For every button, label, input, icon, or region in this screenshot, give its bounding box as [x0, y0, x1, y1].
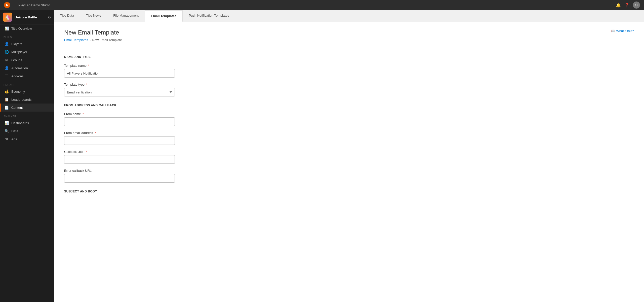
template-name-input[interactable] [64, 69, 175, 78]
groups-icon: 🖥 [4, 58, 9, 62]
tab-title-news[interactable]: Title News [80, 10, 107, 22]
sidebar-item-label: Multiplayer [11, 50, 27, 54]
section-from-callback: FROM ADDRESS AND CALLBACK From name * Fr… [64, 104, 634, 183]
page-header-left: New Email Template Email Templates › New… [64, 29, 122, 42]
content-icon: 📄 [4, 106, 9, 110]
sidebar-item-data[interactable]: 🔍 Data [0, 127, 54, 135]
settings-icon[interactable]: ⚙ [48, 15, 51, 19]
sidebar-item-automation[interactable]: 👤 Automation [0, 64, 54, 72]
content-area: New Email Template Email Templates › New… [54, 22, 644, 302]
playfab-logo-icon: ▶ [4, 2, 10, 8]
game-icon-inner: 🦄 [3, 13, 12, 22]
game-icon: 🦄 [3, 13, 12, 22]
sidebar-item-title-overview[interactable]: 📊 Title Overview [0, 24, 54, 32]
section-subject-body: SUBJECT AND BODY [64, 190, 634, 193]
from-name-label: From name * [64, 112, 175, 116]
sidebar-item-label: Groups [11, 58, 22, 62]
title-overview-icon: 📊 [4, 26, 9, 30]
template-type-select[interactable]: Email verification Custom [64, 88, 175, 96]
from-email-input[interactable] [64, 136, 175, 145]
sidebar: 🦄 Unicorn Battle ⚙ 📊 Title Overview BUIL… [0, 10, 54, 302]
required-asterisk-callback: * [86, 150, 87, 154]
callback-url-input[interactable] [64, 155, 175, 164]
addons-icon: ☰ [4, 74, 9, 78]
section-title-subject: SUBJECT AND BODY [64, 190, 634, 193]
content-divider [64, 48, 634, 48]
automation-icon: 👤 [4, 66, 9, 70]
tab-push-notifications[interactable]: Push Notification Templates [183, 10, 235, 22]
economy-icon: 💰 [4, 89, 9, 93]
from-name-input[interactable] [64, 117, 175, 126]
ads-icon: ⚗ [4, 137, 9, 141]
studio-name: PlayFab Demo Studio [18, 3, 50, 7]
template-name-group: Template name * [64, 64, 175, 78]
sidebar-item-label: Add-ons [11, 74, 23, 78]
sidebar-item-content[interactable]: 📄 Content [0, 104, 54, 112]
tab-bar: Title Data Title News File Management Em… [54, 10, 644, 22]
tab-title-data[interactable]: Title Data [54, 10, 80, 22]
sidebar-item-label: Economy [11, 90, 25, 93]
breadcrumb-current: New Email Template [92, 38, 122, 42]
sidebar-item-label: Leaderboards [11, 98, 31, 102]
sidebar-item-groups[interactable]: 🖥 Groups [0, 56, 54, 64]
template-type-group: Template type * Email verification Custo… [64, 83, 175, 96]
sidebar-item-dashboards[interactable]: 📊 Dashboards [0, 119, 54, 127]
callback-url-label: Callback URL * [64, 150, 175, 154]
whats-this-button[interactable]: 📖 What's this? [611, 29, 634, 33]
game-name: Unicorn Battle [15, 15, 45, 19]
sidebar-item-label: Players [11, 42, 22, 46]
section-title-name-type: NAME AND TYPE [64, 55, 634, 59]
leaderboards-icon: 📋 [4, 97, 9, 102]
tab-email-templates[interactable]: Email Templates [145, 10, 183, 22]
error-callback-group: Error callback URL [64, 169, 175, 183]
sidebar-section-analyze: ANALYZE [0, 112, 54, 119]
from-name-group: From name * [64, 112, 175, 126]
sidebar-section-engage: ENGAGE [0, 80, 54, 87]
sidebar-item-ads[interactable]: ⚗ Ads [0, 135, 54, 143]
sidebar-item-label: Data [11, 129, 18, 133]
required-asterisk-from-name: * [83, 112, 84, 116]
callback-url-group: Callback URL * [64, 150, 175, 164]
template-name-label: Template name * [64, 64, 175, 68]
breadcrumb: Email Templates › New Email Template [64, 38, 122, 42]
avatar[interactable]: KE [633, 2, 640, 9]
required-asterisk-from-email: * [95, 131, 96, 135]
book-icon: 📖 [611, 29, 615, 33]
required-asterisk-type: * [86, 83, 88, 86]
page-header: New Email Template Email Templates › New… [64, 29, 634, 42]
topbar-left: ▶ PlayFab Demo Studio [4, 2, 50, 8]
sidebar-item-add-ons[interactable]: ☰ Add-ons [0, 72, 54, 80]
data-icon: 🔍 [4, 129, 9, 133]
main-content: Title Data Title News File Management Em… [54, 10, 644, 302]
multiplayer-icon: 🌐 [4, 50, 9, 54]
sidebar-item-label: Automation [11, 66, 28, 70]
page-title: New Email Template [64, 29, 122, 36]
topbar-right: 🔔 ❓ KE [616, 2, 640, 9]
sidebar-item-economy[interactable]: 💰 Economy [0, 87, 54, 95]
breadcrumb-link[interactable]: Email Templates [64, 38, 88, 42]
sidebar-header: 🦄 Unicorn Battle ⚙ [0, 10, 54, 24]
sidebar-item-multiplayer[interactable]: 🌐 Multiplayer [0, 48, 54, 56]
notification-icon[interactable]: 🔔 [616, 3, 621, 8]
sidebar-item-label: Ads [11, 137, 17, 141]
sidebar-item-leaderboards[interactable]: 📋 Leaderboards [0, 95, 54, 104]
help-icon[interactable]: ❓ [624, 3, 629, 8]
from-email-group: From email address * [64, 131, 175, 145]
section-title-from: FROM ADDRESS AND CALLBACK [64, 104, 634, 107]
app-layout: 🦄 Unicorn Battle ⚙ 📊 Title Overview BUIL… [0, 10, 644, 302]
required-asterisk: * [88, 64, 90, 68]
tab-file-management[interactable]: File Management [107, 10, 144, 22]
sidebar-item-label: Dashboards [11, 121, 29, 125]
from-email-label: From email address * [64, 131, 175, 135]
topbar-divider [14, 3, 14, 8]
breadcrumb-separator: › [90, 38, 91, 42]
players-icon: 👤 [4, 42, 9, 46]
topbar: ▶ PlayFab Demo Studio 🔔 ❓ KE [0, 0, 644, 10]
error-callback-input[interactable] [64, 174, 175, 183]
sidebar-section-build: BUILD [0, 32, 54, 40]
section-name-type: NAME AND TYPE Template name * Template t… [64, 55, 634, 96]
sidebar-item-label: Content [11, 106, 23, 110]
sidebar-item-players[interactable]: 👤 Players [0, 40, 54, 48]
sidebar-item-label: Title Overview [11, 27, 32, 30]
dashboards-icon: 📊 [4, 121, 9, 125]
